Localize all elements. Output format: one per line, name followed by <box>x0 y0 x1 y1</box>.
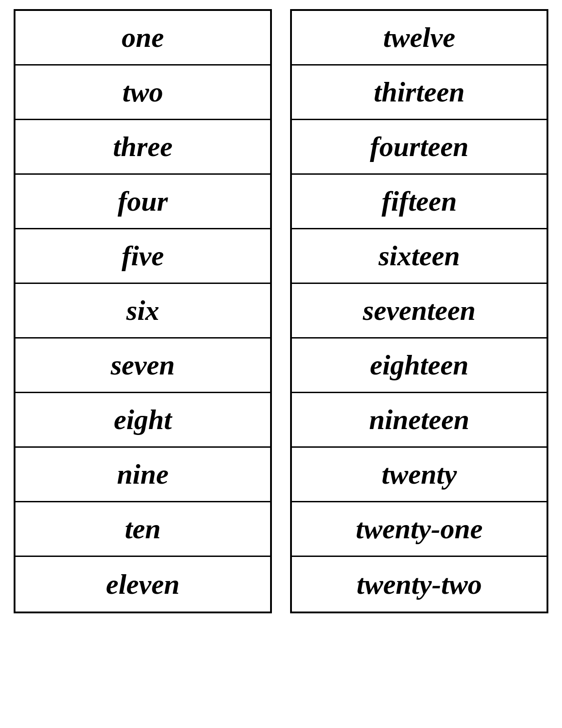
list-item: fourteen <box>292 120 547 175</box>
number-label: eight <box>114 404 171 436</box>
list-item: ten <box>15 502 270 557</box>
number-label: eighteen <box>370 349 469 381</box>
number-label: seven <box>110 349 175 381</box>
number-label: six <box>126 294 159 327</box>
list-item: sixteen <box>292 229 547 284</box>
number-label: twenty-two <box>356 568 482 601</box>
number-label: three <box>113 131 173 163</box>
number-label: nineteen <box>369 404 469 436</box>
number-label: two <box>122 76 163 108</box>
list-item: three <box>15 120 270 175</box>
list-item: eleven <box>15 557 270 612</box>
number-label: sixteen <box>378 240 460 272</box>
list-item: twenty-two <box>292 557 547 612</box>
right-column: twelvethirteenfourteenfifteensixteenseve… <box>290 9 548 613</box>
left-column: onetwothreefourfivesixseveneightninetene… <box>14 9 272 613</box>
list-item: seventeen <box>292 284 547 339</box>
number-label: four <box>118 185 168 217</box>
number-label: seventeen <box>363 294 476 327</box>
list-item: seven <box>15 339 270 393</box>
list-item: one <box>15 11 270 66</box>
number-label: eleven <box>106 568 180 601</box>
list-item: twenty <box>292 448 547 502</box>
number-label: ten <box>125 513 161 545</box>
list-item: two <box>15 66 270 120</box>
list-item: six <box>15 284 270 339</box>
number-label: twenty-one <box>356 513 483 545</box>
list-item: nineteen <box>292 393 547 448</box>
number-label: twelve <box>383 21 455 54</box>
number-label: nine <box>117 458 169 490</box>
number-label: fifteen <box>381 185 457 217</box>
list-item: four <box>15 175 270 229</box>
number-label: thirteen <box>374 76 465 108</box>
number-label: twenty <box>381 458 457 490</box>
number-label: fourteen <box>370 131 469 163</box>
list-item: five <box>15 229 270 284</box>
list-item: twenty-one <box>292 502 547 557</box>
list-item: nine <box>15 448 270 502</box>
number-label: one <box>122 21 164 54</box>
list-item: thirteen <box>292 66 547 120</box>
list-item: eight <box>15 393 270 448</box>
list-item: twelve <box>292 11 547 66</box>
list-item: eighteen <box>292 339 547 393</box>
number-label: five <box>122 240 164 272</box>
list-item: fifteen <box>292 175 547 229</box>
page-container: onetwothreefourfivesixseveneightninetene… <box>14 9 548 613</box>
